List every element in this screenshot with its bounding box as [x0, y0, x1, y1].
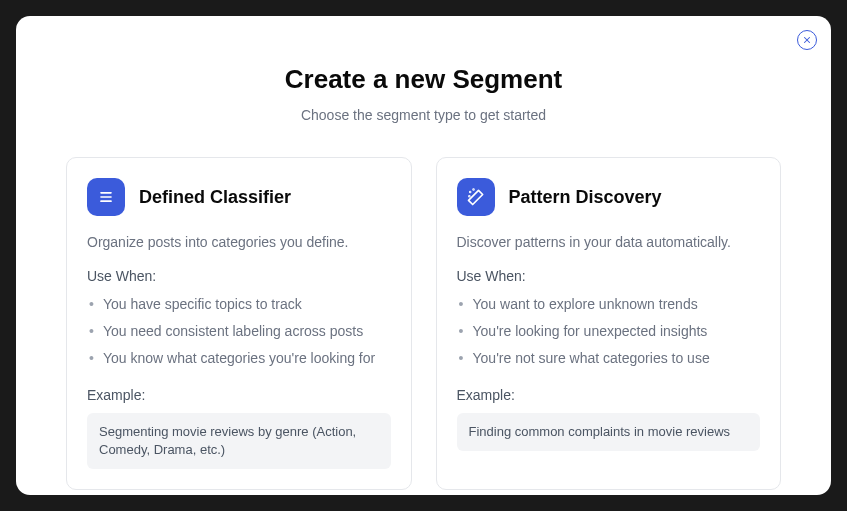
close-button[interactable]: [797, 30, 817, 50]
card-header: Pattern Discovery: [457, 178, 761, 216]
example-box: Segmenting movie reviews by genre (Actio…: [87, 413, 391, 469]
magic-wand-icon: [457, 178, 495, 216]
list-item: You know what categories you're looking …: [87, 348, 391, 369]
segment-type-cards: Defined Classifier Organize posts into c…: [66, 157, 781, 490]
modal-title: Create a new Segment: [66, 64, 781, 95]
modal-subtitle: Choose the segment type to get started: [66, 107, 781, 123]
example-label: Example:: [87, 387, 391, 403]
example-label: Example:: [457, 387, 761, 403]
card-header: Defined Classifier: [87, 178, 391, 216]
card-pattern-discovery[interactable]: Pattern Discovery Discover patterns in y…: [436, 157, 782, 490]
list-item: You need consistent labeling across post…: [87, 321, 391, 342]
card-title: Defined Classifier: [139, 187, 291, 208]
card-defined-classifier[interactable]: Defined Classifier Organize posts into c…: [66, 157, 412, 490]
example-box: Finding common complaints in movie revie…: [457, 413, 761, 451]
use-when-label: Use When:: [87, 268, 391, 284]
card-title: Pattern Discovery: [509, 187, 662, 208]
use-when-list: You want to explore unknown trends You'r…: [457, 294, 761, 369]
list-item: You're looking for unexpected insights: [457, 321, 761, 342]
create-segment-modal: Create a new Segment Choose the segment …: [16, 16, 831, 495]
svg-point-7: [468, 196, 469, 197]
svg-point-5: [469, 192, 470, 193]
list-item: You want to explore unknown trends: [457, 294, 761, 315]
close-icon: [802, 33, 812, 48]
use-when-list: You have specific topics to track You ne…: [87, 294, 391, 369]
list-icon: [87, 178, 125, 216]
svg-point-6: [473, 189, 474, 190]
list-item: You're not sure what categories to use: [457, 348, 761, 369]
card-description: Organize posts into categories you defin…: [87, 234, 391, 250]
list-item: You have specific topics to track: [87, 294, 391, 315]
use-when-label: Use When:: [457, 268, 761, 284]
card-description: Discover patterns in your data automatic…: [457, 234, 761, 250]
